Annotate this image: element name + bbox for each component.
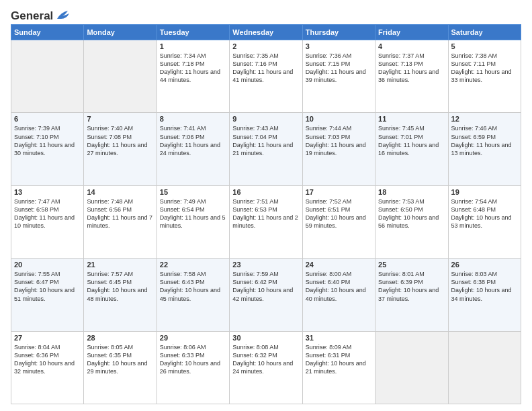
day-content: Sunrise: 7:39 AM Sunset: 7:10 PM Dayligh… [14, 124, 81, 157]
day-number: 19 [451, 188, 518, 196]
day-content: Sunrise: 8:00 AM Sunset: 6:40 PM Dayligh… [306, 270, 372, 303]
calendar-cell: 4Sunrise: 7:37 AM Sunset: 7:13 PM Daylig… [375, 40, 448, 113]
calendar-cell [448, 331, 521, 404]
day-number: 20 [14, 261, 81, 269]
day-number: 21 [87, 261, 153, 269]
calendar-cell: 13Sunrise: 7:47 AM Sunset: 6:58 PM Dayli… [11, 185, 84, 258]
calendar-cell: 17Sunrise: 7:52 AM Sunset: 6:51 PM Dayli… [302, 185, 375, 258]
logo-general: General [11, 10, 53, 21]
calendar-cell: 28Sunrise: 8:05 AM Sunset: 6:35 PM Dayli… [84, 331, 157, 404]
day-number: 28 [87, 334, 153, 342]
day-number: 4 [378, 42, 445, 50]
day-number: 9 [232, 115, 299, 123]
day-content: Sunrise: 7:48 AM Sunset: 6:56 PM Dayligh… [87, 197, 153, 230]
day-content: Sunrise: 7:36 AM Sunset: 7:15 PM Dayligh… [306, 52, 372, 85]
calendar-cell: 18Sunrise: 7:53 AM Sunset: 6:50 PM Dayli… [375, 185, 448, 258]
calendar-cell: 15Sunrise: 7:49 AM Sunset: 6:54 PM Dayli… [157, 185, 229, 258]
calendar-cell: 14Sunrise: 7:48 AM Sunset: 6:56 PM Dayli… [84, 185, 157, 258]
calendar-cell: 12Sunrise: 7:46 AM Sunset: 6:59 PM Dayli… [448, 113, 521, 185]
calendar-cell [11, 40, 84, 113]
weekday-header-sunday: Sunday [11, 25, 84, 40]
day-number: 7 [87, 115, 153, 123]
day-number: 24 [306, 261, 372, 269]
day-number: 23 [232, 261, 299, 269]
page: General SundayMondayTuesdayWednesdayThur… [0, 0, 532, 411]
day-number: 25 [378, 261, 445, 269]
day-number: 13 [14, 188, 81, 196]
day-number: 2 [232, 42, 299, 50]
day-number: 15 [160, 188, 226, 196]
calendar-cell: 23Sunrise: 7:59 AM Sunset: 6:42 PM Dayli… [230, 259, 302, 331]
day-number: 18 [378, 188, 445, 196]
day-content: Sunrise: 8:05 AM Sunset: 6:35 PM Dayligh… [87, 343, 153, 376]
header: General [11, 9, 521, 20]
day-content: Sunrise: 7:43 AM Sunset: 7:04 PM Dayligh… [232, 124, 299, 157]
calendar-cell: 26Sunrise: 8:03 AM Sunset: 6:38 PM Dayli… [448, 259, 521, 331]
calendar-cell: 29Sunrise: 8:06 AM Sunset: 6:33 PM Dayli… [157, 331, 229, 404]
calendar-cell: 9Sunrise: 7:43 AM Sunset: 7:04 PM Daylig… [230, 113, 302, 185]
calendar-cell: 2Sunrise: 7:35 AM Sunset: 7:16 PM Daylig… [230, 40, 302, 113]
calendar-week-row: 6Sunrise: 7:39 AM Sunset: 7:10 PM Daylig… [11, 113, 521, 185]
day-content: Sunrise: 8:08 AM Sunset: 6:32 PM Dayligh… [232, 343, 299, 376]
day-number: 10 [306, 115, 372, 123]
weekday-header-thursday: Thursday [302, 25, 375, 40]
day-number: 11 [378, 115, 445, 123]
day-content: Sunrise: 7:51 AM Sunset: 6:53 PM Dayligh… [232, 197, 299, 230]
day-content: Sunrise: 7:46 AM Sunset: 6:59 PM Dayligh… [451, 124, 518, 157]
calendar-cell: 3Sunrise: 7:36 AM Sunset: 7:15 PM Daylig… [302, 40, 375, 113]
weekday-header-saturday: Saturday [448, 25, 521, 40]
day-content: Sunrise: 8:01 AM Sunset: 6:39 PM Dayligh… [378, 270, 445, 303]
day-number: 1 [160, 42, 226, 50]
calendar-cell: 11Sunrise: 7:45 AM Sunset: 7:01 PM Dayli… [375, 113, 448, 185]
calendar-cell [84, 40, 157, 113]
day-content: Sunrise: 7:52 AM Sunset: 6:51 PM Dayligh… [306, 197, 372, 230]
calendar-cell: 16Sunrise: 7:51 AM Sunset: 6:53 PM Dayli… [230, 185, 302, 258]
day-content: Sunrise: 7:41 AM Sunset: 7:06 PM Dayligh… [160, 124, 226, 157]
calendar-cell: 7Sunrise: 7:40 AM Sunset: 7:08 PM Daylig… [84, 113, 157, 185]
day-number: 3 [306, 42, 372, 50]
calendar-cell: 22Sunrise: 7:58 AM Sunset: 6:43 PM Dayli… [157, 259, 229, 331]
day-content: Sunrise: 7:34 AM Sunset: 7:18 PM Dayligh… [160, 52, 226, 85]
calendar-cell: 24Sunrise: 8:00 AM Sunset: 6:40 PM Dayli… [302, 259, 375, 331]
logo-bird-icon [56, 9, 71, 21]
calendar-cell: 19Sunrise: 7:54 AM Sunset: 6:48 PM Dayli… [448, 185, 521, 258]
day-content: Sunrise: 7:35 AM Sunset: 7:16 PM Dayligh… [232, 52, 299, 85]
weekday-header-monday: Monday [84, 25, 157, 40]
day-content: Sunrise: 7:59 AM Sunset: 6:42 PM Dayligh… [232, 270, 299, 303]
calendar-cell [375, 331, 448, 404]
weekday-header-tuesday: Tuesday [157, 25, 229, 40]
day-number: 16 [232, 188, 299, 196]
calendar-cell: 10Sunrise: 7:44 AM Sunset: 7:03 PM Dayli… [302, 113, 375, 185]
day-content: Sunrise: 7:47 AM Sunset: 6:58 PM Dayligh… [14, 197, 81, 230]
day-number: 17 [306, 188, 372, 196]
day-content: Sunrise: 7:40 AM Sunset: 7:08 PM Dayligh… [87, 124, 153, 157]
calendar-cell: 27Sunrise: 8:04 AM Sunset: 6:36 PM Dayli… [11, 331, 84, 404]
calendar-week-row: 20Sunrise: 7:55 AM Sunset: 6:47 PM Dayli… [11, 259, 521, 331]
calendar-cell: 5Sunrise: 7:38 AM Sunset: 7:11 PM Daylig… [448, 40, 521, 113]
day-number: 8 [160, 115, 226, 123]
calendar-cell: 31Sunrise: 8:09 AM Sunset: 6:31 PM Dayli… [302, 331, 375, 404]
calendar-header-row: SundayMondayTuesdayWednesdayThursdayFrid… [11, 25, 521, 40]
day-content: Sunrise: 7:54 AM Sunset: 6:48 PM Dayligh… [451, 197, 518, 230]
day-content: Sunrise: 8:06 AM Sunset: 6:33 PM Dayligh… [160, 343, 226, 376]
day-content: Sunrise: 7:57 AM Sunset: 6:45 PM Dayligh… [87, 270, 153, 303]
calendar-cell: 21Sunrise: 7:57 AM Sunset: 6:45 PM Dayli… [84, 259, 157, 331]
day-number: 31 [306, 334, 372, 342]
day-content: Sunrise: 7:45 AM Sunset: 7:01 PM Dayligh… [378, 124, 445, 157]
day-content: Sunrise: 8:03 AM Sunset: 6:38 PM Dayligh… [451, 270, 518, 303]
day-content: Sunrise: 7:58 AM Sunset: 6:43 PM Dayligh… [160, 270, 226, 303]
day-content: Sunrise: 7:55 AM Sunset: 6:47 PM Dayligh… [14, 270, 81, 303]
calendar-cell: 20Sunrise: 7:55 AM Sunset: 6:47 PM Dayli… [11, 259, 84, 331]
day-number: 22 [160, 261, 226, 269]
day-content: Sunrise: 8:09 AM Sunset: 6:31 PM Dayligh… [306, 343, 372, 376]
day-content: Sunrise: 7:38 AM Sunset: 7:11 PM Dayligh… [451, 52, 518, 85]
calendar-week-row: 27Sunrise: 8:04 AM Sunset: 6:36 PM Dayli… [11, 331, 521, 404]
day-content: Sunrise: 7:44 AM Sunset: 7:03 PM Dayligh… [306, 124, 372, 157]
logo: General [11, 9, 71, 20]
day-content: Sunrise: 7:37 AM Sunset: 7:13 PM Dayligh… [378, 52, 445, 85]
day-number: 27 [14, 334, 81, 342]
day-number: 6 [14, 115, 81, 123]
weekday-header-friday: Friday [375, 25, 448, 40]
day-content: Sunrise: 7:53 AM Sunset: 6:50 PM Dayligh… [378, 197, 445, 230]
calendar-week-row: 13Sunrise: 7:47 AM Sunset: 6:58 PM Dayli… [11, 185, 521, 258]
